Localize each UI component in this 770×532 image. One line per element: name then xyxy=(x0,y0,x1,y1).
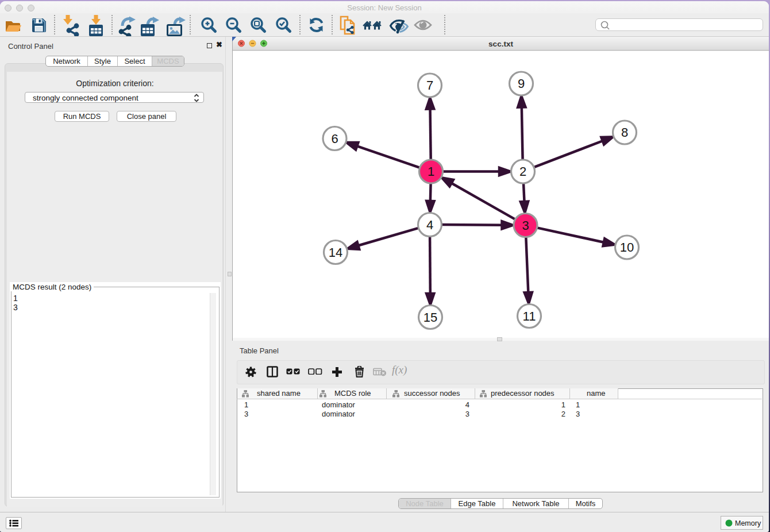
svg-text:7: 7 xyxy=(426,78,433,92)
svg-text:14: 14 xyxy=(329,245,342,260)
svg-text:8: 8 xyxy=(621,125,628,140)
svg-text:2: 2 xyxy=(519,164,526,179)
svg-text:10: 10 xyxy=(620,240,634,255)
svg-text:6: 6 xyxy=(331,132,338,146)
svg-text:9: 9 xyxy=(518,76,525,91)
svg-text:15: 15 xyxy=(424,310,437,325)
svg-text:4: 4 xyxy=(426,218,433,232)
svg-text:11: 11 xyxy=(523,309,536,323)
svg-text:1: 1 xyxy=(428,164,434,179)
svg-text:3: 3 xyxy=(522,218,529,233)
